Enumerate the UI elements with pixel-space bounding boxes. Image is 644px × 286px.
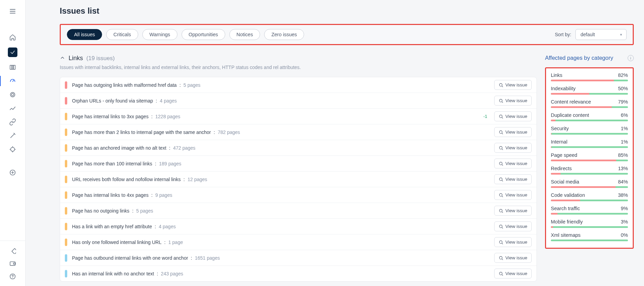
check-icon[interactable] bbox=[8, 47, 17, 57]
category-bar bbox=[551, 133, 628, 135]
issue-pages: 5 pages bbox=[136, 208, 153, 214]
issue-title: Page has no outgoing links bbox=[72, 208, 129, 214]
view-issue-button[interactable]: View issue bbox=[494, 221, 532, 231]
view-issue-button[interactable]: View issue bbox=[494, 253, 532, 263]
category-row[interactable]: Code validation38% bbox=[551, 192, 628, 201]
view-issue-button[interactable]: View issue bbox=[494, 174, 532, 184]
view-issue-button[interactable]: View issue bbox=[494, 159, 532, 168]
view-issue-button[interactable]: View issue bbox=[494, 127, 532, 137]
svg-rect-5 bbox=[14, 65, 15, 69]
home-icon[interactable] bbox=[9, 34, 16, 41]
issue-title: Page has an anchored image with no alt t… bbox=[72, 145, 166, 151]
diamond-icon[interactable] bbox=[9, 247, 16, 254]
category-bar bbox=[551, 106, 628, 108]
issue-row: Page has internal links to 3xx pages:122… bbox=[60, 109, 536, 124]
issue-row: Page has outgoing links with malformed h… bbox=[60, 77, 536, 93]
category-row[interactable]: Links82% bbox=[551, 72, 628, 81]
category-row[interactable]: Mobile friendly3% bbox=[551, 219, 628, 228]
chevron-up-icon bbox=[60, 55, 65, 62]
sort-select[interactable]: default bbox=[575, 29, 627, 40]
category-bar bbox=[551, 146, 628, 148]
category-name: Mobile friendly bbox=[551, 219, 583, 224]
category-name: Search traffic bbox=[551, 206, 580, 211]
wallet-icon[interactable] bbox=[9, 260, 16, 267]
menu-icon[interactable] bbox=[8, 6, 18, 17]
issue-row: Has an internal link with no anchor text… bbox=[60, 266, 536, 281]
category-row[interactable]: Redirects13% bbox=[551, 166, 628, 175]
filter-chip-criticals[interactable]: Criticals bbox=[106, 29, 138, 40]
severity-notice-icon bbox=[65, 254, 67, 262]
svg-line-29 bbox=[502, 133, 503, 134]
category-bar bbox=[551, 186, 628, 188]
svg-point-8 bbox=[12, 94, 14, 96]
filter-chip-warnings[interactable]: Warnings bbox=[142, 29, 177, 40]
issue-row: Page has internal links to 4xx pages:9 p… bbox=[60, 187, 536, 203]
filter-chip-opportunities[interactable]: Opportunities bbox=[182, 29, 225, 40]
category-pct: 79% bbox=[618, 99, 628, 105]
view-issue-button[interactable]: View issue bbox=[494, 269, 532, 278]
severity-warning-icon bbox=[65, 113, 67, 120]
category-name: Social media bbox=[551, 179, 579, 185]
svg-rect-4 bbox=[12, 65, 13, 69]
severity-critical-icon bbox=[65, 81, 67, 89]
section-header[interactable]: Links (19 issues) bbox=[60, 55, 537, 62]
crosshair-icon[interactable] bbox=[9, 146, 16, 153]
filter-chip-all-issues[interactable]: All issues bbox=[67, 29, 102, 40]
issue-row: Has a link with an empty href attribute:… bbox=[60, 219, 536, 234]
section-description: Issues with internal backlinks, internal… bbox=[60, 65, 537, 70]
category-bar bbox=[551, 120, 628, 121]
view-issue-button[interactable]: View issue bbox=[494, 237, 532, 247]
svg-rect-18 bbox=[10, 262, 15, 265]
category-row[interactable]: Content relevance79% bbox=[551, 99, 628, 108]
filter-chip-notices[interactable]: Notices bbox=[229, 29, 260, 40]
svg-line-35 bbox=[502, 180, 503, 181]
view-issue-button[interactable]: View issue bbox=[494, 111, 532, 121]
issue-pages: 12 pages bbox=[187, 177, 207, 182]
category-row[interactable]: Internal1% bbox=[551, 139, 628, 148]
category-row[interactable]: Duplicate content6% bbox=[551, 112, 628, 121]
category-row[interactable]: Indexability50% bbox=[551, 86, 628, 95]
severity-warning-icon bbox=[65, 128, 67, 136]
wand-icon[interactable] bbox=[9, 132, 16, 139]
category-row[interactable]: Search traffic9% bbox=[551, 206, 628, 215]
view-issue-button[interactable]: View issue bbox=[494, 80, 532, 90]
filter-chip-zero-issues[interactable]: Zero issues bbox=[264, 29, 304, 40]
chart-icon[interactable] bbox=[9, 105, 16, 112]
issue-pages: 1 page bbox=[168, 240, 183, 245]
issue-row: Page has more than 2 links to internal p… bbox=[60, 124, 536, 140]
category-bar bbox=[551, 160, 628, 161]
speedometer-icon[interactable] bbox=[9, 78, 16, 84]
issue-row: Orphan URLs - only found via sitemap:4 p… bbox=[60, 93, 536, 109]
help-icon[interactable] bbox=[9, 273, 16, 280]
view-issue-button[interactable]: View issue bbox=[494, 143, 532, 153]
category-name: Duplicate content bbox=[551, 112, 589, 118]
columns-icon[interactable] bbox=[9, 64, 16, 71]
category-name: Internal bbox=[551, 139, 567, 145]
main-content: Issues list All issuesCriticalsWarningsO… bbox=[26, 0, 644, 286]
category-row[interactable]: Security1% bbox=[551, 126, 628, 135]
category-bar bbox=[551, 240, 628, 241]
view-issue-button[interactable]: View issue bbox=[494, 190, 532, 200]
category-row[interactable]: Social media84% bbox=[551, 179, 628, 188]
issue-pages: 1651 pages bbox=[195, 255, 220, 261]
link-icon[interactable] bbox=[9, 119, 16, 125]
view-issue-button[interactable]: View issue bbox=[494, 96, 532, 106]
category-row[interactable]: Page speed85% bbox=[551, 152, 628, 161]
view-issue-button[interactable]: View issue bbox=[494, 206, 532, 216]
issue-row: URL receives both follow and nofollow in… bbox=[60, 172, 536, 187]
category-row[interactable]: Xml sitemaps0% bbox=[551, 232, 628, 241]
category-bar bbox=[551, 80, 628, 81]
severity-warning-icon bbox=[65, 207, 67, 215]
plus-circle-icon[interactable] bbox=[9, 169, 16, 176]
category-pct: 1% bbox=[621, 126, 628, 131]
svg-line-43 bbox=[502, 243, 503, 244]
category-name: Security bbox=[551, 126, 569, 131]
svg-line-37 bbox=[502, 196, 503, 197]
target-icon[interactable] bbox=[9, 91, 16, 98]
issue-title: Page has more than 2 links to internal p… bbox=[72, 130, 211, 135]
category-pct: 6% bbox=[621, 112, 628, 118]
sidebar bbox=[0, 0, 26, 286]
info-icon[interactable]: i bbox=[628, 55, 634, 61]
issue-row: Page has no outgoing links:5 pagesView i… bbox=[60, 203, 536, 219]
category-bar bbox=[551, 200, 628, 201]
